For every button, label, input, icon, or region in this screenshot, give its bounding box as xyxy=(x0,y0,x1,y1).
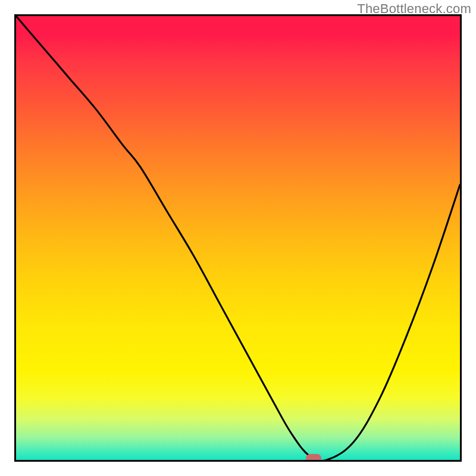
plot-area xyxy=(14,14,462,462)
watermark-text: TheBottleneck.com xyxy=(357,1,471,17)
curve-layer xyxy=(16,16,460,460)
bottleneck-curve-path xyxy=(16,16,460,460)
bottleneck-chart: TheBottleneck.com xyxy=(0,0,476,476)
optimum-marker xyxy=(306,454,321,462)
